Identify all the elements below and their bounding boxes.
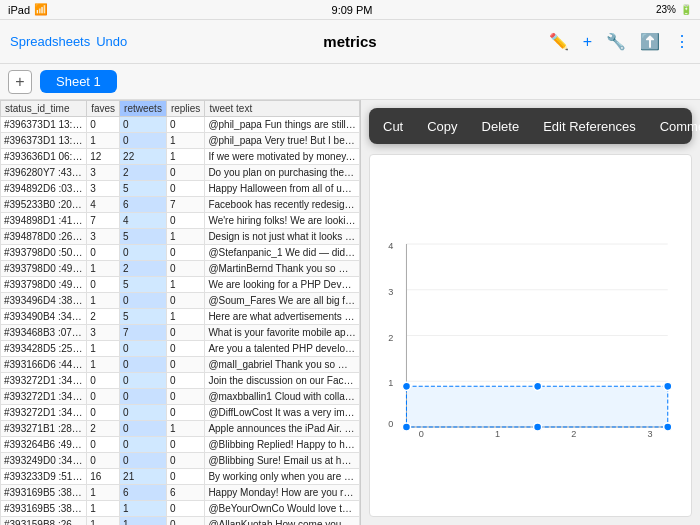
cell-15-4[interactable]: @mall_gabriel Thank you so much Gabriel.… xyxy=(205,357,360,373)
cell-15-3[interactable]: 0 xyxy=(166,357,204,373)
selection-dot-bl[interactable] xyxy=(402,382,410,390)
cell-7-4[interactable]: Design is not just what it looks like an… xyxy=(205,229,360,245)
cell-5-3[interactable]: 7 xyxy=(166,197,204,213)
table-row[interactable]: #393490B4 :34:00251Here are what adverti… xyxy=(1,309,360,325)
cell-0-2[interactable]: 0 xyxy=(120,117,167,133)
cell-14-1[interactable]: 1 xyxy=(87,341,120,357)
cell-10-4[interactable]: We are looking for a PHP Developer to jo… xyxy=(205,277,360,293)
cell-3-4[interactable]: Do you plan on purchasing the Nexus S? h… xyxy=(205,165,360,181)
cell-16-0[interactable]: #393272D1 :34:00 xyxy=(1,373,87,389)
cell-13-0[interactable]: #393468B3 :07:00 xyxy=(1,325,87,341)
cell-8-4[interactable]: @Stefanpanic_1 We did — did you get it? … xyxy=(205,245,360,261)
cell-7-0[interactable]: #394878D0 :26:00 xyxy=(1,229,87,245)
cell-21-1[interactable]: 0 xyxy=(87,453,120,469)
cell-18-2[interactable]: 0 xyxy=(120,405,167,421)
cell-19-1[interactable]: 2 xyxy=(87,421,120,437)
table-row[interactable]: #393272D1 :34:00000@DiffLowCost It was a… xyxy=(1,405,360,421)
plus-icon[interactable]: + xyxy=(583,33,592,51)
delete-button[interactable]: Delete xyxy=(470,110,532,142)
cell-0-1[interactable]: 0 xyxy=(87,117,120,133)
cell-23-3[interactable]: 6 xyxy=(166,485,204,501)
cell-13-2[interactable]: 7 xyxy=(120,325,167,341)
table-row[interactable]: #394892D6 :03:00350Happy Halloween from … xyxy=(1,181,360,197)
edit-references-button[interactable]: Edit References xyxy=(531,110,648,142)
cell-1-3[interactable]: 1 xyxy=(166,133,204,149)
cell-14-4[interactable]: Are you a talented PHP developer who als… xyxy=(205,341,360,357)
cell-21-4[interactable]: @Blibbing Sure! Email us at hello@chopda… xyxy=(205,453,360,469)
cell-20-0[interactable]: #393264B6 :49:00 xyxy=(1,437,87,453)
cell-9-3[interactable]: 0 xyxy=(166,261,204,277)
cell-8-2[interactable]: 0 xyxy=(120,245,167,261)
cell-21-0[interactable]: #393249D0 :34:00 xyxy=(1,453,87,469)
cell-18-1[interactable]: 0 xyxy=(87,405,120,421)
cell-4-4[interactable]: Happy Halloween from all of us at Chop D… xyxy=(205,181,360,197)
cell-3-1[interactable]: 3 xyxy=(87,165,120,181)
cell-10-0[interactable]: #393798D0 :49:00 xyxy=(1,277,87,293)
cell-8-1[interactable]: 0 xyxy=(87,245,120,261)
table-row[interactable]: #394878D0 :26:00351Design is not just wh… xyxy=(1,229,360,245)
table-row[interactable]: #393169B5 :38:00166Happy Monday! How are… xyxy=(1,485,360,501)
table-row[interactable]: #393169B5 :38:00110@BeYourOwnCo Would lo… xyxy=(1,501,360,517)
table-row[interactable]: #396280Y7 :43:00320Do you plan on purcha… xyxy=(1,165,360,181)
cell-25-3[interactable]: 0 xyxy=(166,517,204,526)
cell-0-3[interactable]: 0 xyxy=(166,117,204,133)
table-row[interactable]: #393159B8 :26:00110@AllanKuotah How come… xyxy=(1,517,360,526)
cell-23-1[interactable]: 1 xyxy=(87,485,120,501)
cell-4-1[interactable]: 3 xyxy=(87,181,120,197)
table-row[interactable]: #393636D1 06:0312221If we were motivated… xyxy=(1,149,360,165)
cell-10-2[interactable]: 5 xyxy=(120,277,167,293)
table-row[interactable]: #393468B3 :07:00370What is your favorite… xyxy=(1,325,360,341)
cell-6-4[interactable]: We're hiring folks! We are looking for a… xyxy=(205,213,360,229)
cell-12-4[interactable]: Here are what advertisements on Instagra… xyxy=(205,309,360,325)
cell-14-3[interactable]: 0 xyxy=(166,341,204,357)
cell-3-3[interactable]: 0 xyxy=(166,165,204,181)
cell-11-3[interactable]: 0 xyxy=(166,293,204,309)
selection-dot-tm[interactable] xyxy=(534,423,542,431)
cell-1-2[interactable]: 0 xyxy=(120,133,167,149)
cell-17-4[interactable]: @maxbballin1 Cloud with collaboration se… xyxy=(205,389,360,405)
table-row[interactable]: #393271B1 :28:00201Apple announces the i… xyxy=(1,421,360,437)
table-row[interactable]: #393249D0 :34:00000@Blibbing Sure! Email… xyxy=(1,453,360,469)
cell-11-1[interactable]: 1 xyxy=(87,293,120,309)
cell-16-1[interactable]: 0 xyxy=(87,373,120,389)
cell-18-4[interactable]: @DiffLowCost It was a very impressive co… xyxy=(205,405,360,421)
table-row[interactable]: #393798D0 :49:00120@MartinBernd Thank yo… xyxy=(1,261,360,277)
cell-15-0[interactable]: #393166D6 :44:00 xyxy=(1,357,87,373)
comment-button[interactable]: Comment xyxy=(648,110,700,142)
cell-24-1[interactable]: 1 xyxy=(87,501,120,517)
selection-dot-bm[interactable] xyxy=(534,382,542,390)
cell-20-1[interactable]: 0 xyxy=(87,437,120,453)
cell-11-0[interactable]: #393496D4 :38:00 xyxy=(1,293,87,309)
cell-6-0[interactable]: #394898D1 :41:00 xyxy=(1,213,87,229)
table-row[interactable]: #396373D1 13:38101@phil_papa Very true! … xyxy=(1,133,360,149)
cell-3-2[interactable]: 2 xyxy=(120,165,167,181)
cell-14-0[interactable]: #393428D5 :25:00 xyxy=(1,341,87,357)
cell-21-2[interactable]: 0 xyxy=(120,453,167,469)
sheet-tab[interactable]: Sheet 1 xyxy=(40,70,117,93)
cell-21-3[interactable]: 0 xyxy=(166,453,204,469)
cell-13-1[interactable]: 3 xyxy=(87,325,120,341)
cell-13-3[interactable]: 0 xyxy=(166,325,204,341)
cell-12-1[interactable]: 2 xyxy=(87,309,120,325)
selection-dot-br[interactable] xyxy=(664,382,672,390)
cell-15-2[interactable]: 0 xyxy=(120,357,167,373)
cell-9-2[interactable]: 2 xyxy=(120,261,167,277)
table-row[interactable]: #393264B6 :49:00000@Blibbing Replied! Ha… xyxy=(1,437,360,453)
cell-11-4[interactable]: @Soum_Fares We are all big fans of @duol… xyxy=(205,293,360,309)
cell-24-4[interactable]: @BeYourOwnCo Would love to show you! Ema… xyxy=(205,501,360,517)
cell-16-3[interactable]: 0 xyxy=(166,373,204,389)
cell-25-2[interactable]: 1 xyxy=(120,517,167,526)
cell-7-3[interactable]: 1 xyxy=(166,229,204,245)
cell-1-4[interactable]: @phil_papa Very true! But I believe Larr… xyxy=(205,133,360,149)
cell-22-1[interactable]: 16 xyxy=(87,469,120,485)
cell-25-4[interactable]: @AllanKuotah How come you never got my e… xyxy=(205,517,360,526)
cell-20-3[interactable]: 0 xyxy=(166,437,204,453)
cell-10-1[interactable]: 0 xyxy=(87,277,120,293)
cell-19-4[interactable]: Apple announces the iPad Air. Overall, w… xyxy=(205,421,360,437)
table-row[interactable]: #393166D6 :44:00100@mall_gabriel Thank y… xyxy=(1,357,360,373)
cell-9-1[interactable]: 1 xyxy=(87,261,120,277)
cell-8-3[interactable]: 0 xyxy=(166,245,204,261)
cell-4-2[interactable]: 5 xyxy=(120,181,167,197)
cell-5-0[interactable]: #395233B0 :20:00 xyxy=(1,197,87,213)
pencil-icon[interactable]: ✏️ xyxy=(549,32,569,51)
